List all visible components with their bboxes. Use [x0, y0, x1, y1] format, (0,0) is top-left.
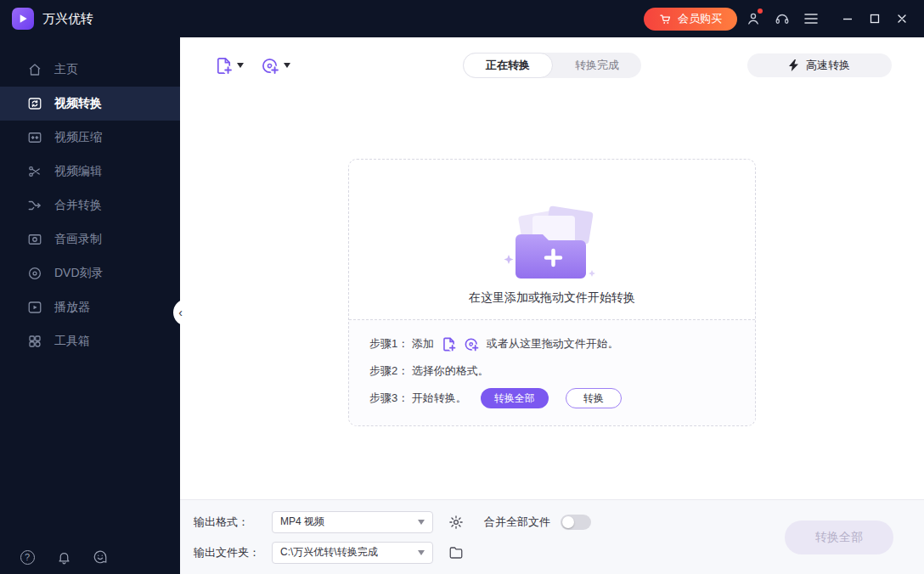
sidebar-item-home[interactable]: 主页 [0, 53, 180, 87]
step-2-text: 步骤2： 选择你的格式。 [369, 363, 489, 379]
app-logo-icon [12, 8, 34, 30]
add-folder-illustration [497, 205, 607, 284]
step-1-text: 步骤1： 添加 [369, 336, 434, 352]
sidebar-item-label: 视频编辑 [54, 164, 102, 179]
member-purchase-label: 会员购买 [678, 11, 722, 26]
toggle-knob [562, 516, 574, 528]
support-headset-button[interactable] [769, 6, 795, 31]
output-settings-rows: 输出格式： MP4 视频 合并全部文件 [194, 509, 591, 566]
question-icon: ? [20, 550, 35, 565]
tab-finished[interactable]: 转换完成 [553, 53, 641, 78]
sidebar-item-video-compress[interactable]: 视频压缩 [0, 121, 180, 155]
video-convert-icon [27, 96, 42, 111]
output-folder-value: C:\万兴优转\转换完成 [280, 545, 378, 560]
output-format-row: 输出格式： MP4 视频 合并全部文件 [194, 509, 591, 535]
dropzone-steps: 步骤1： 添加 [349, 319, 755, 425]
minimize-button[interactable] [834, 6, 861, 31]
sidebar-item-label: 播放器 [54, 300, 90, 315]
main-panel: ‹ [180, 37, 924, 574]
convert-tabs: 正在转换 转换完成 [463, 53, 641, 78]
step-1-suffix: 或者从这里拖动文件开始。 [487, 336, 619, 352]
account-button[interactable] [741, 6, 766, 31]
chevron-down-icon [237, 63, 244, 68]
output-folder-row: 输出文件夹： C:\万兴优转\转换完成 [194, 540, 591, 566]
member-purchase-button[interactable]: 会员购买 [644, 8, 737, 31]
sidebar-item-label: 视频压缩 [54, 130, 102, 145]
sidebar-item-video-convert[interactable]: 视频转换 [0, 87, 180, 121]
app-title: 万兴优转 [42, 11, 93, 27]
merge-icon [27, 198, 42, 213]
window-controls [834, 6, 916, 31]
file-dropzone[interactable]: 在这里添加或拖动文件开始转换 步骤1： 添加 [348, 159, 756, 426]
convert-pill-button[interactable]: 转换 [566, 388, 622, 408]
add-file-icon [214, 56, 234, 76]
merge-all-files-toggle[interactable] [561, 515, 591, 530]
disc-icon [27, 266, 42, 281]
feedback-smiley-icon [93, 549, 108, 565]
sidebar-item-label: 音画录制 [54, 232, 102, 247]
add-file-button[interactable] [214, 56, 244, 76]
titlebar: 万兴优转 会员购买 [0, 0, 924, 37]
sidebar-item-dvd-burn[interactable]: DVD刻录 [0, 256, 180, 290]
close-button[interactable] [888, 6, 916, 31]
step-2: 步骤2： 选择你的格式。 [369, 357, 735, 385]
bell-icon [57, 550, 71, 565]
chevron-down-icon [418, 520, 425, 525]
sidebar-item-merge-convert[interactable]: 合并转换 [0, 189, 180, 222]
convert-all-pill-button[interactable]: 转换全部 [481, 388, 549, 408]
gear-icon [448, 515, 464, 530]
add-disc-mini-button[interactable] [464, 336, 480, 352]
video-compress-icon [27, 130, 42, 145]
sidebar-item-video-edit[interactable]: 视频编辑 [0, 155, 180, 189]
sidebar-item-toolbox[interactable]: 工具箱 [0, 324, 180, 358]
sidebar-item-label: DVD刻录 [54, 266, 104, 281]
output-format-label: 输出格式： [194, 515, 272, 530]
output-settings-bar: 输出格式： MP4 视频 合并全部文件 [180, 499, 924, 574]
notifications-button[interactable] [55, 549, 72, 566]
add-disc-button[interactable] [261, 56, 290, 76]
menu-button[interactable] [798, 6, 824, 31]
format-settings-gear-button[interactable] [448, 515, 464, 530]
content-area: 在这里添加或拖动文件开始转换 步骤1： 添加 [180, 93, 924, 499]
output-folder-select[interactable]: C:\万兴优转\转换完成 [272, 542, 433, 564]
output-format-select[interactable]: MP4 视频 [272, 511, 433, 533]
body: 主页 视频转换 视频压缩 视频编辑 合并转换 音画录制 [0, 37, 924, 574]
add-buttons [214, 56, 290, 76]
step-1: 步骤1： 添加 [369, 330, 735, 357]
feedback-button[interactable] [92, 549, 109, 566]
open-folder-button[interactable] [448, 545, 464, 560]
folder-icon [448, 545, 464, 560]
cart-icon [659, 13, 672, 25]
sidebar: 主页 视频转换 视频压缩 视频编辑 合并转换 音画录制 [0, 37, 180, 574]
sidebar-item-label: 工具箱 [54, 334, 90, 349]
player-icon [27, 300, 42, 315]
sidebar-footer: ? [19, 549, 109, 566]
add-disc-icon [464, 336, 480, 352]
sidebar-item-player[interactable]: 播放器 [0, 290, 180, 324]
scissors-icon [27, 164, 42, 179]
sidebar-item-label: 合并转换 [54, 198, 102, 213]
add-file-icon [441, 336, 457, 352]
record-icon [27, 232, 42, 247]
add-file-mini-button[interactable] [441, 336, 457, 352]
output-format-value: MP4 视频 [280, 515, 324, 529]
sidebar-item-label: 主页 [54, 62, 78, 77]
dropzone-top: 在这里添加或拖动文件开始转换 [349, 160, 755, 319]
app-window: 万兴优转 会员购买 [0, 0, 924, 574]
convert-all-main-button[interactable]: 转换全部 [785, 521, 893, 554]
step-3: 步骤3： 开始转换。 转换全部 转换 [369, 385, 735, 412]
merge-all-files-label: 合并全部文件 [484, 515, 550, 530]
tab-finished-label: 转换完成 [575, 58, 619, 73]
help-button[interactable]: ? [19, 549, 36, 566]
high-speed-convert-button[interactable]: 高速转换 [747, 53, 892, 77]
chevron-down-icon [418, 550, 425, 555]
lightning-icon [789, 59, 798, 71]
step-3-text: 步骤3： 开始转换。 [369, 391, 467, 406]
maximize-button[interactable] [861, 6, 888, 31]
chevron-down-icon [284, 63, 290, 68]
dropzone-title: 在这里添加或拖动文件开始转换 [469, 290, 635, 306]
add-disc-icon [261, 56, 280, 76]
sidebar-item-record[interactable]: 音画录制 [0, 222, 180, 256]
tab-converting[interactable]: 正在转换 [463, 53, 553, 78]
notification-dot [758, 8, 763, 14]
